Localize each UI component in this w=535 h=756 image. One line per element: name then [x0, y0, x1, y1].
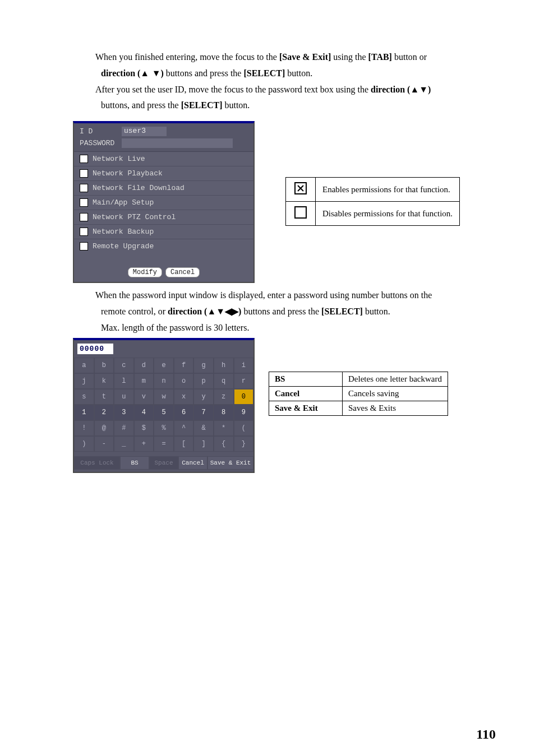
- osk-key[interactable]: 8: [214, 405, 234, 420]
- osk-key[interactable]: v: [134, 389, 154, 405]
- checkbox-icon[interactable]: [80, 242, 88, 251]
- osk-key[interactable]: #: [114, 420, 134, 436]
- osk-key[interactable]: ^: [174, 420, 194, 436]
- osk-key[interactable]: q: [214, 373, 234, 389]
- osk-input[interactable]: 00000: [77, 344, 113, 354]
- osk-key[interactable]: &: [193, 420, 214, 436]
- permissions-list: Network Live Network Playback Network Fi…: [74, 151, 253, 253]
- paragraph-7: Max. length of the password is 30 letter…: [101, 321, 501, 335]
- osk-key[interactable]: p: [193, 373, 214, 389]
- checkbox-icon[interactable]: [80, 228, 88, 236]
- osk-key[interactable]: +: [134, 436, 154, 452]
- modify-button[interactable]: Modify: [128, 267, 162, 277]
- checkbox-icon[interactable]: [80, 198, 88, 207]
- osk-key[interactable]: %: [154, 420, 174, 436]
- paragraph-3: After you set the user ID, move the focu…: [95, 83, 501, 97]
- osk-key[interactable]: m: [134, 373, 154, 389]
- osk-key[interactable]: (: [234, 420, 254, 436]
- osk-key[interactable]: h: [214, 358, 234, 373]
- osk-key[interactable]: 6: [174, 405, 194, 420]
- unchecked-icon: [294, 206, 307, 219]
- osk-key[interactable]: w: [154, 389, 174, 405]
- osk-key[interactable]: ): [74, 436, 94, 452]
- osk-key[interactable]: j: [74, 373, 94, 389]
- paragraph-4: buttons, and press the [SELECT] button.: [101, 99, 501, 113]
- paragraph-5: When the password input window is displa…: [95, 289, 501, 303]
- paragraph-2: direction (▲ ▼) buttons and press the [S…: [101, 67, 501, 81]
- osk-key[interactable]: i: [234, 358, 254, 373]
- osk-key[interactable]: b: [94, 358, 114, 373]
- osk-key[interactable]: -: [94, 436, 114, 452]
- legend-enable: Enables permissions for that function.: [316, 178, 460, 202]
- paragraph-6: remote control, or direction (▲▼◀▶) butt…: [101, 305, 501, 319]
- osk-key[interactable]: [: [174, 436, 194, 452]
- osk-key[interactable]: !: [74, 420, 94, 436]
- perm-item[interactable]: Remote Upgrade: [74, 239, 253, 253]
- osk-key[interactable]: s: [74, 389, 94, 405]
- page-number: 110: [476, 727, 496, 742]
- osk-key[interactable]: e: [154, 358, 174, 373]
- osk-key[interactable]: z: [214, 389, 234, 405]
- osk-key[interactable]: }: [234, 436, 254, 452]
- osk-key[interactable]: =: [154, 436, 174, 452]
- checkbox-legend: Enables permissions for that function. D…: [285, 177, 460, 226]
- osk-key[interactable]: 5: [154, 405, 174, 420]
- osk-key[interactable]: 1: [74, 405, 94, 420]
- osk-key[interactable]: n: [154, 373, 174, 389]
- onscreen-keyboard: 00000 a b c d e f g h i j k l m n o p q: [73, 338, 255, 473]
- osk-key[interactable]: g: [193, 358, 214, 373]
- osk-key[interactable]: ]: [193, 436, 214, 452]
- checkbox-icon[interactable]: [80, 184, 88, 192]
- osk-cancel[interactable]: Cancel: [178, 456, 207, 470]
- osk-space[interactable]: Space: [149, 456, 178, 470]
- checkbox-icon[interactable]: [80, 169, 88, 178]
- password-label: PASSWORD: [80, 139, 122, 147]
- perm-item[interactable]: Network Playback: [74, 166, 253, 181]
- osk-key-zero[interactable]: 0: [234, 389, 254, 405]
- osk-key[interactable]: k: [94, 373, 114, 389]
- checkbox-icon[interactable]: [80, 213, 88, 221]
- osk-key[interactable]: @: [94, 420, 114, 436]
- button-description-table: BSDeletes one letter backward CancelCanc…: [269, 372, 448, 416]
- osk-key[interactable]: u: [114, 389, 134, 405]
- osk-key[interactable]: d: [134, 358, 154, 373]
- perm-item[interactable]: Network PTZ Control: [74, 210, 253, 225]
- checkbox-icon[interactable]: [80, 155, 88, 163]
- osk-key[interactable]: 7: [193, 405, 214, 420]
- osk-capslock[interactable]: Caps Lock: [74, 456, 120, 470]
- osk-bs[interactable]: BS: [120, 456, 149, 470]
- cancel-button[interactable]: Cancel: [165, 267, 200, 277]
- osk-key[interactable]: y: [193, 389, 214, 405]
- id-input[interactable]: user3: [122, 127, 167, 136]
- perm-item[interactable]: Network Live: [74, 152, 253, 166]
- osk-key[interactable]: {: [214, 436, 234, 452]
- osk-key[interactable]: f: [174, 358, 194, 373]
- perm-item[interactable]: Network File Download: [74, 181, 253, 196]
- user-modify-dialog: I D user3 PASSWORD Network Live Network …: [73, 121, 255, 283]
- osk-key[interactable]: r: [234, 373, 254, 389]
- osk-key[interactable]: 2: [94, 405, 114, 420]
- osk-key[interactable]: x: [174, 389, 194, 405]
- perm-item[interactable]: Main/App Setup: [74, 196, 253, 210]
- paragraph-1: When you finished entering, move the foc…: [95, 50, 501, 64]
- id-label: I D: [80, 127, 122, 136]
- osk-key[interactable]: $: [134, 420, 154, 436]
- checked-icon: [294, 182, 307, 194]
- osk-save-exit[interactable]: Save & Exit: [207, 456, 253, 470]
- perm-item[interactable]: Network Backup: [74, 225, 253, 239]
- osk-key[interactable]: *: [214, 420, 234, 436]
- osk-key[interactable]: c: [114, 358, 134, 373]
- legend-disable: Disables permissions for that function.: [316, 202, 460, 226]
- osk-key[interactable]: a: [74, 358, 94, 373]
- osk-key[interactable]: _: [114, 436, 134, 452]
- osk-key[interactable]: l: [114, 373, 134, 389]
- osk-key[interactable]: 9: [234, 405, 254, 420]
- osk-key[interactable]: 3: [114, 405, 134, 420]
- osk-key[interactable]: o: [174, 373, 194, 389]
- osk-key[interactable]: 4: [134, 405, 154, 420]
- password-input[interactable]: [122, 138, 233, 148]
- osk-key[interactable]: t: [94, 389, 114, 405]
